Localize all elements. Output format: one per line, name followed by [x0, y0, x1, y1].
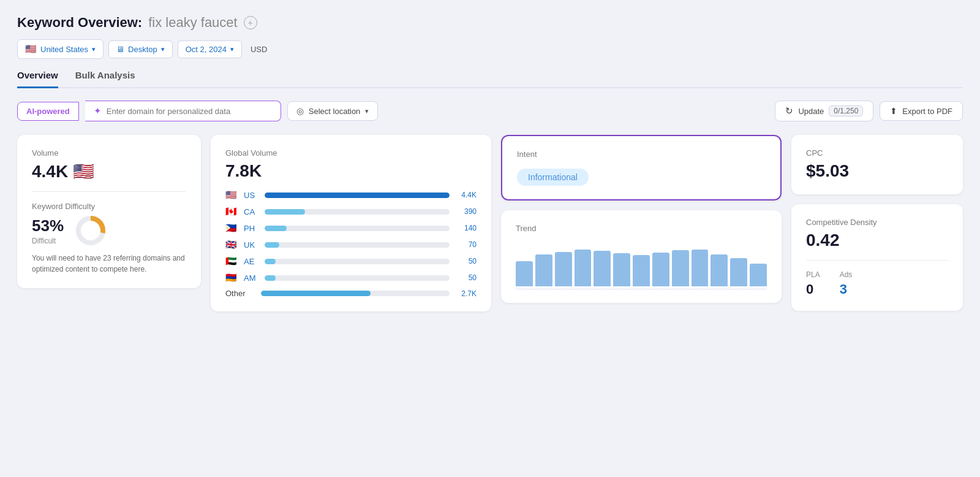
country-bar-fill	[265, 242, 279, 248]
chevron-down-icon: ▾	[92, 45, 96, 53]
us-flag-icon: 🇺🇸	[73, 161, 94, 181]
ai-bar: AI-powered ✦ ◎ Select location ▾ ↻ Updat…	[17, 101, 963, 121]
export-pdf-button[interactable]: ⬆ Export to PDF	[880, 101, 963, 121]
country-code: AE	[244, 257, 260, 266]
cards-grid: Volume 4.4K 🇺🇸 Keyword Difficulty 53% Di…	[17, 135, 963, 311]
volume-value: 4.4K 🇺🇸	[32, 161, 186, 181]
trend-bar	[535, 254, 552, 287]
country-bar-fill	[265, 226, 287, 231]
flag-icon: 🇺🇸	[25, 44, 37, 55]
update-button[interactable]: ↻ Update 0/1,250	[775, 101, 873, 121]
chevron-down-icon: ▾	[230, 45, 234, 53]
country-bar-bg	[265, 242, 450, 248]
ph-flag-icon: 🇵🇭	[225, 223, 239, 234]
tabs-row: Overview Bulk Analysis	[17, 70, 963, 88]
ca-flag-icon: 🇨🇦	[225, 206, 239, 217]
trend-bar	[750, 264, 767, 287]
us-flag-icon: 🇺🇸	[225, 189, 239, 200]
cpc-card: CPC $5.03	[791, 135, 963, 194]
country-val: 50	[454, 273, 477, 282]
trend-bar	[652, 253, 669, 286]
cpc-value: $5.03	[806, 161, 948, 181]
table-row: 🇦🇲 AM 50	[225, 272, 477, 283]
trend-bar	[710, 254, 728, 287]
table-row: 🇦🇪 AE 50	[225, 256, 477, 267]
right-col: CPC $5.03 Competitive Density 0.42 PLA 0…	[791, 135, 963, 311]
country-code: PH	[244, 224, 260, 233]
ads-item: Ads 3	[840, 270, 853, 297]
country-bar-bg	[265, 226, 450, 231]
ae-flag-icon: 🇦🇪	[225, 256, 239, 267]
trend-bar	[692, 250, 709, 286]
export-icon: ⬆	[890, 106, 897, 116]
update-count-badge: 0/1,250	[829, 105, 863, 116]
location-filter-btn[interactable]: 🇺🇸 United States ▾	[17, 39, 104, 59]
table-row: 🇨🇦 CA 390	[225, 206, 477, 217]
trend-bar	[672, 250, 689, 286]
tab-bulk-analysis[interactable]: Bulk Analysis	[75, 70, 135, 88]
page-title-keyword: fix leaky faucet	[148, 15, 238, 31]
page-title-prefix: Keyword Overview:	[17, 15, 142, 31]
trend-label: Trend	[516, 224, 767, 233]
country-bar-bg	[265, 193, 450, 198]
intent-trend-col: Intent Informational Trend	[501, 135, 782, 303]
device-label: Desktop	[128, 45, 157, 54]
trend-bar	[516, 261, 533, 286]
other-label: Other	[225, 289, 256, 298]
trend-bar	[575, 250, 592, 286]
country-code: CA	[244, 207, 260, 216]
am-flag-icon: 🇦🇲	[225, 272, 239, 283]
add-keyword-icon[interactable]: +	[244, 16, 257, 29]
country-rows: 🇺🇸 US 4.4K 🇨🇦 CA 390 🇵🇭 PH	[225, 189, 477, 298]
kd-difficulty-label: Difficult	[32, 237, 64, 245]
country-val: 70	[454, 240, 477, 249]
refresh-icon: ↻	[785, 105, 793, 116]
chevron-down-icon: ▾	[161, 45, 165, 53]
country-bar-fill	[265, 209, 305, 215]
page-header: Keyword Overview: fix leaky faucet +	[17, 15, 963, 31]
location-select-label: Select location	[309, 107, 361, 116]
filters-row: 🇺🇸 United States ▾ 🖥 Desktop ▾ Oct 2, 20…	[17, 39, 963, 59]
trend-bar	[633, 255, 650, 286]
country-val: 390	[454, 207, 477, 216]
kd-description: You will need to have 23 referring domai…	[32, 253, 186, 275]
tab-overview[interactable]: Overview	[17, 70, 58, 88]
location-label: United States	[40, 45, 88, 54]
intent-label: Intent	[517, 150, 766, 159]
ai-domain-input[interactable]	[107, 107, 266, 116]
table-row: 🇬🇧 UK 70	[225, 239, 477, 250]
country-code: AM	[244, 273, 260, 283]
table-row: 🇺🇸 US 4.4K	[225, 189, 477, 200]
table-row: 🇵🇭 PH 140	[225, 223, 477, 234]
device-filter-btn[interactable]: 🖥 Desktop ▾	[108, 40, 173, 58]
desktop-icon: 🖥	[116, 45, 124, 54]
ai-domain-input-wrap[interactable]: ✦	[85, 101, 281, 121]
other-row: Other 2.7K	[225, 289, 477, 298]
location-pin-icon: ◎	[296, 106, 304, 116]
date-label: Oct 2, 2024	[186, 45, 227, 54]
global-volume-label: Global Volume	[225, 148, 477, 158]
currency-label: USD	[251, 45, 267, 54]
global-volume-value: 7.8K	[225, 161, 477, 181]
update-label: Update	[798, 107, 824, 116]
country-val: 140	[454, 224, 477, 232]
country-code: UK	[244, 240, 260, 250]
chevron-down-icon: ▾	[365, 107, 369, 115]
kd-label: Keyword Difficulty	[32, 202, 186, 211]
country-bar-bg	[265, 209, 450, 215]
comp-density-label: Competitive Density	[806, 218, 948, 227]
intent-badge: Informational	[517, 169, 589, 186]
export-label: Export to PDF	[902, 107, 952, 116]
date-filter-btn[interactable]: Oct 2, 2024 ▾	[178, 40, 242, 58]
country-bar-fill	[265, 259, 276, 264]
uk-flag-icon: 🇬🇧	[225, 239, 239, 250]
pla-item: PLA 0	[806, 270, 820, 297]
country-bar-bg	[265, 275, 450, 281]
ads-value: 3	[840, 281, 853, 297]
volume-label: Volume	[32, 148, 186, 158]
cpc-label: CPC	[806, 148, 948, 158]
country-bar-bg	[265, 259, 450, 264]
location-select-btn[interactable]: ◎ Select location ▾	[287, 101, 379, 121]
kd-donut-chart	[75, 215, 107, 246]
country-code: US	[244, 191, 260, 200]
